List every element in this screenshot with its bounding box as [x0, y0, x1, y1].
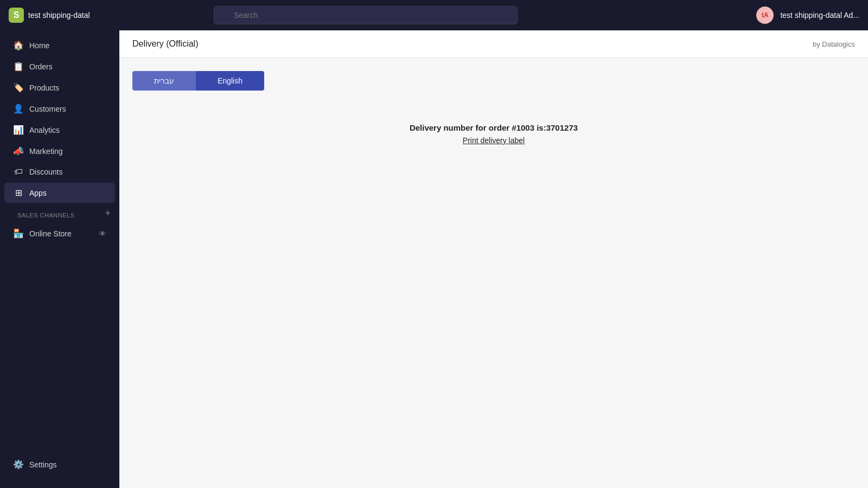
- sales-channels-label: SALES CHANNELS: [9, 206, 83, 221]
- avatar[interactable]: tA: [756, 7, 774, 24]
- customers-icon: 👤: [13, 104, 24, 114]
- page-body: עברית English Delivery number for order …: [119, 58, 868, 158]
- products-icon: 🏷️: [13, 82, 24, 93]
- sidebar-item-discounts[interactable]: 🏷 Discounts: [4, 162, 115, 182]
- sidebar-item-home[interactable]: 🏠 Home: [4, 35, 115, 55]
- sidebar-item-label: Customers: [29, 105, 66, 113]
- online-store-icon: 🏪: [13, 228, 24, 239]
- analytics-icon: 📊: [13, 125, 24, 135]
- sidebar-item-products[interactable]: 🏷️ Products: [4, 78, 115, 98]
- user-label: test shipping-datal Ad...: [780, 11, 859, 20]
- language-buttons: עברית English: [132, 71, 264, 91]
- page-header: Delivery (Official) by Datalogics: [119, 30, 868, 58]
- sidebar-item-label: Apps: [29, 189, 47, 197]
- marketing-icon: 📣: [13, 146, 24, 156]
- topbar-right: tA test shipping-datal Ad...: [756, 7, 859, 24]
- discounts-icon: 🏷: [13, 167, 24, 177]
- sidebar-item-label: Marketing: [29, 147, 62, 156]
- orders-icon: 📋: [13, 61, 24, 72]
- home-icon: 🏠: [13, 40, 24, 50]
- add-sales-channel-button[interactable]: +: [105, 208, 111, 218]
- sidebar-item-label: Online Store: [29, 229, 72, 238]
- sidebar-item-orders[interactable]: 📋 Orders: [4, 56, 115, 76]
- sidebar-item-analytics[interactable]: 📊 Analytics: [4, 120, 115, 140]
- sidebar-item-online-store[interactable]: 🏪 Online Store 👁: [4, 223, 115, 243]
- hebrew-button[interactable]: עברית: [132, 71, 196, 91]
- delivery-info: Delivery number for order #1003 is:37012…: [132, 123, 855, 145]
- settings-icon: ⚙️: [13, 459, 24, 470]
- sidebar: 🏠 Home 📋 Orders 🏷️ Products 👤 Customers …: [0, 30, 119, 488]
- sidebar-item-label: Settings: [29, 460, 57, 469]
- sidebar-item-settings[interactable]: ⚙️ Settings: [4, 454, 115, 474]
- sidebar-item-label: Discounts: [29, 168, 62, 176]
- sidebar-item-customers[interactable]: 👤 Customers: [4, 99, 115, 119]
- apps-icon: ⊞: [13, 188, 24, 198]
- sales-channels-section: SALES CHANNELS +: [0, 203, 119, 223]
- shopify-logo-icon: S: [9, 8, 24, 23]
- sidebar-item-label: Products: [29, 84, 59, 92]
- search-input[interactable]: [214, 6, 518, 24]
- delivery-number-text: Delivery number for order #1003 is:37012…: [132, 123, 855, 132]
- main-content: Delivery (Official) by Datalogics עברית …: [119, 30, 868, 488]
- sidebar-item-apps[interactable]: ⊞ Apps: [4, 183, 115, 203]
- english-button[interactable]: English: [196, 71, 264, 91]
- sidebar-item-marketing[interactable]: 📣 Marketing: [4, 141, 115, 161]
- page-title: Delivery (Official): [132, 39, 199, 49]
- search-container: 🔍: [214, 6, 518, 24]
- sidebar-item-label: Analytics: [29, 126, 60, 134]
- topbar: S test shipping-datal 🔍 tA test shipping…: [0, 0, 868, 30]
- print-delivery-label-button[interactable]: Print delivery label: [463, 136, 525, 145]
- page-by: by Datalogics: [813, 40, 855, 48]
- sidebar-item-label: Orders: [29, 62, 53, 71]
- brand-name: test shipping-datal: [28, 11, 90, 20]
- online-store-eye-icon: 👁: [99, 229, 106, 238]
- sidebar-item-label: Home: [29, 41, 49, 50]
- brand[interactable]: S test shipping-datal: [9, 8, 90, 23]
